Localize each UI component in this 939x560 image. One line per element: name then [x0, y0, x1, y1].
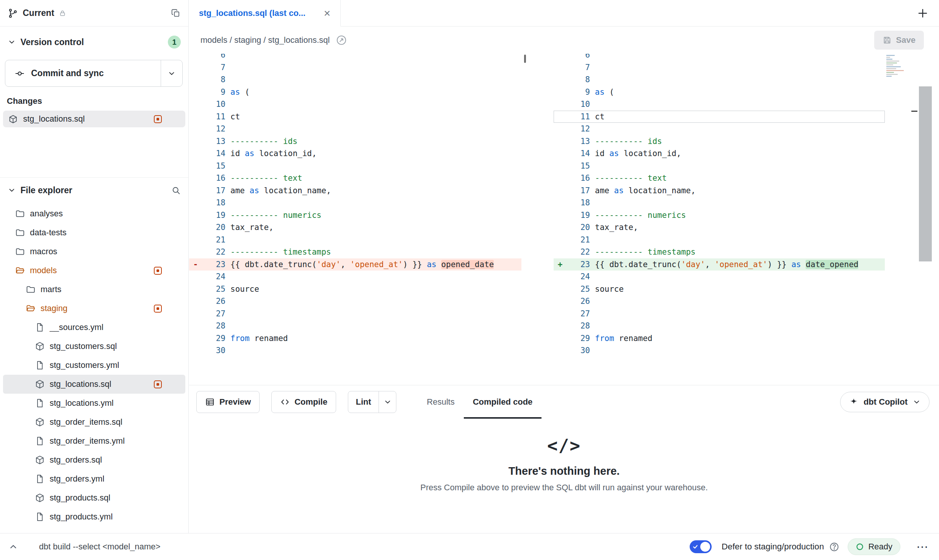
diff-editor[interactable]: 6789as (1011ct1213---------- ids14id as … — [189, 54, 939, 385]
code-line-11[interactable]: 11ct — [554, 111, 885, 123]
code-line-17[interactable]: 17ame as location_name, — [189, 185, 521, 197]
code-line-15[interactable]: 15 — [554, 160, 885, 172]
code-line-26[interactable]: 26 — [554, 295, 885, 308]
tree-item-stg_customers.sql[interactable]: stg_customers.sql — [3, 337, 185, 356]
tree-item-macros[interactable]: macros — [3, 242, 185, 261]
code-line-8[interactable]: 8 — [554, 74, 885, 86]
preview-button[interactable]: Preview — [196, 391, 260, 413]
code-line-29[interactable]: 29from renamed — [189, 332, 521, 345]
code-line-27[interactable]: 27 — [189, 308, 521, 320]
code-line-25[interactable]: 25source — [189, 283, 521, 296]
tree-item-stg_locations.yml[interactable]: stg_locations.yml — [3, 394, 185, 413]
tree-item-marts[interactable]: marts — [3, 280, 185, 299]
code-line-7[interactable]: 7 — [189, 61, 521, 74]
search-icon[interactable] — [171, 186, 181, 195]
tree-item-stg_orders.yml[interactable]: stg_orders.yml — [3, 469, 185, 488]
command-input[interactable]: dbt build --select <model_name> — [39, 542, 160, 552]
left-pane-scrollbar[interactable] — [524, 55, 526, 63]
tree-item-stg_order_items.yml[interactable]: stg_order_items.yml — [3, 432, 185, 451]
code-line-19[interactable]: 19---------- numerics — [554, 209, 885, 222]
tree-item-stg_products.yml[interactable]: stg_products.yml — [3, 507, 185, 526]
code-line-10[interactable]: 10 — [554, 98, 885, 111]
code-line-12[interactable]: 12 — [189, 123, 521, 135]
code-line-6[interactable]: 6 — [189, 54, 521, 61]
editor-scrollbar-thumb[interactable] — [919, 86, 932, 261]
code-line-16[interactable]: 16---------- text — [189, 172, 521, 185]
minimap[interactable] — [885, 54, 909, 114]
code-line-22[interactable]: 22---------- timestamps — [554, 246, 885, 258]
code-line-24[interactable]: 24 — [554, 271, 885, 283]
code-line-6[interactable]: 6 — [554, 54, 885, 61]
tree-item-analyses[interactable]: analyses — [3, 204, 185, 223]
code-line-10[interactable]: 10 — [189, 98, 521, 111]
code-line-20[interactable]: 20tax_rate, — [189, 221, 521, 234]
tree-item-stg_customers.yml[interactable]: stg_customers.yml — [3, 356, 185, 375]
tree-item-staging[interactable]: staging — [3, 299, 185, 318]
diff-pane-original[interactable]: 6789as (1011ct1213---------- ids14id as … — [189, 54, 521, 385]
code-line-7[interactable]: 7 — [554, 61, 885, 74]
defer-toggle[interactable] — [690, 540, 712, 553]
file-explorer-header[interactable]: File explorer — [0, 178, 188, 203]
file-link-icon[interactable] — [336, 34, 347, 46]
code-line-11[interactable]: 11ct — [189, 111, 521, 123]
tab-stg-locations-sql[interactable]: stg_locations.sql (last co... × — [189, 0, 341, 27]
commit-and-sync-button[interactable]: Commit and sync — [5, 60, 183, 87]
tree-item-data-tests[interactable]: data-tests — [3, 223, 185, 242]
code-line-29[interactable]: 29from renamed — [554, 332, 885, 345]
code-line-22[interactable]: 22---------- timestamps — [189, 246, 521, 258]
editor-scrollbar[interactable] — [919, 54, 932, 385]
code-line-21[interactable]: 21 — [189, 234, 521, 246]
code-line-23[interactable]: -23{{ dbt.date_trunc('day', 'opened_at')… — [189, 258, 521, 271]
code-line-21[interactable]: 21 — [554, 234, 885, 246]
tree-item-stg_locations.sql[interactable]: stg_locations.sql — [3, 375, 185, 394]
new-tab-button[interactable] — [917, 8, 928, 19]
code-line-8[interactable]: 8 — [189, 74, 521, 86]
code-line-30[interactable]: 30 — [554, 344, 885, 357]
ready-status-badge[interactable]: Ready — [848, 538, 900, 555]
chevron-up-icon[interactable] — [8, 542, 18, 552]
close-icon[interactable]: × — [324, 8, 330, 19]
code-line-23[interactable]: +23{{ dbt.date_trunc('day', 'opened_at')… — [554, 258, 885, 271]
tab-results[interactable]: Results — [418, 385, 463, 419]
code-line-15[interactable]: 15 — [189, 160, 521, 172]
code-line-20[interactable]: 20tax_rate, — [554, 221, 885, 234]
commit-and-sync-main[interactable]: Commit and sync — [5, 60, 161, 86]
dbt-copilot-button[interactable]: dbt Copilot — [840, 392, 930, 412]
code-line-28[interactable]: 28 — [554, 320, 885, 332]
tree-item-models[interactable]: models — [3, 261, 185, 280]
compile-button[interactable]: Compile — [271, 391, 336, 413]
code-line-9[interactable]: 9as ( — [554, 86, 885, 99]
duplicate-icon[interactable] — [171, 8, 181, 18]
code-line-14[interactable]: 14id as location_id, — [554, 147, 885, 160]
version-control-header[interactable]: Version control 1 — [0, 27, 188, 48]
commit-options-button[interactable] — [161, 60, 182, 86]
code-line-24[interactable]: 24 — [189, 271, 521, 283]
code-line-28[interactable]: 28 — [189, 320, 521, 332]
changed-file-stg_locations.sql[interactable]: stg_locations.sql — [3, 111, 185, 127]
code-line-26[interactable]: 26 — [189, 295, 521, 308]
tree-item-__sources.yml[interactable]: __sources.yml — [3, 318, 185, 337]
code-line-18[interactable]: 18 — [189, 197, 521, 209]
diff-pane-modified[interactable]: 6789as (1011ct1213---------- ids14id as … — [554, 54, 885, 385]
code-line-9[interactable]: 9as ( — [189, 86, 521, 99]
code-line-13[interactable]: 13---------- ids — [554, 135, 885, 148]
code-line-14[interactable]: 14id as location_id, — [189, 147, 521, 160]
help-icon[interactable] — [829, 542, 839, 552]
code-line-13[interactable]: 13---------- ids — [189, 135, 521, 148]
tree-item-stg_products.sql[interactable]: stg_products.sql — [3, 488, 185, 507]
code-line-25[interactable]: 25source — [554, 283, 885, 296]
code-line-16[interactable]: 16---------- text — [554, 172, 885, 185]
tree-item-stg_orders.sql[interactable]: stg_orders.sql — [3, 451, 185, 469]
code-line-18[interactable]: 18 — [554, 197, 885, 209]
lint-options-button[interactable] — [379, 391, 396, 413]
tab-compiled-code[interactable]: Compiled code — [464, 385, 542, 419]
lint-button[interactable]: Lint — [348, 391, 379, 413]
more-menu-button[interactable]: ⋯ — [916, 541, 928, 553]
code-line-30[interactable]: 30 — [189, 344, 521, 357]
code-line-12[interactable]: 12 — [554, 123, 885, 135]
code-line-17[interactable]: 17ame as location_name, — [554, 185, 885, 197]
code-line-19[interactable]: 19---------- numerics — [189, 209, 521, 222]
save-button[interactable]: Save — [874, 31, 924, 50]
code-line-27[interactable]: 27 — [554, 308, 885, 320]
tree-item-stg_order_items.sql[interactable]: stg_order_items.sql — [3, 413, 185, 432]
